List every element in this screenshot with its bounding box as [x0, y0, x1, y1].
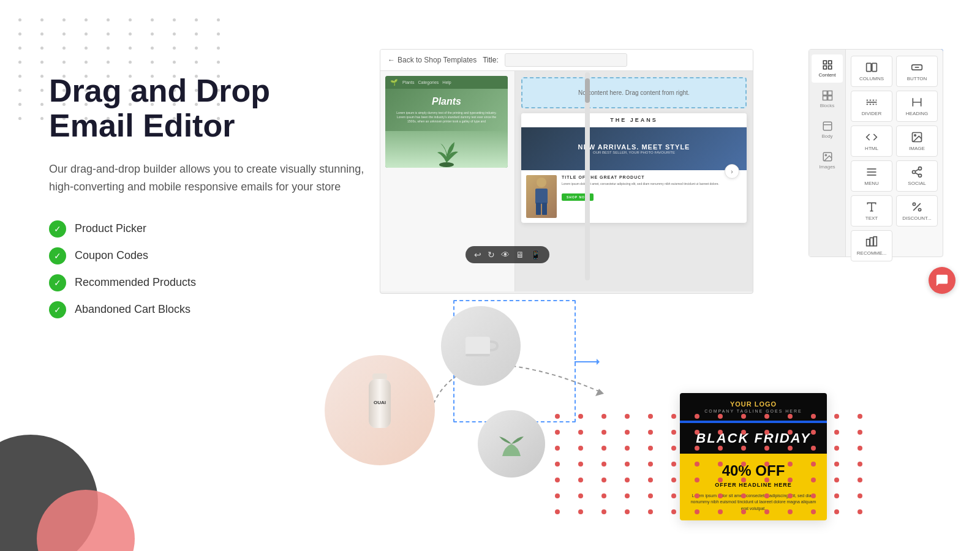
- svg-line-33: [915, 169, 919, 171]
- bf-logo-highlight: LOGO: [755, 400, 777, 408]
- title-input[interactable]: [505, 53, 627, 67]
- toolbar-mobile[interactable]: 📱: [530, 250, 541, 260]
- plants-nav: 🌱 Plants Categories Help: [385, 76, 508, 89]
- sidebar-block-social[interactable]: SOCIAL: [896, 160, 938, 192]
- sidebar-block-text[interactable]: TEXT: [851, 195, 892, 227]
- sidebar-block-divider[interactable]: DIVIDER: [851, 91, 892, 122]
- sidebar-block-menu[interactable]: MENU: [851, 160, 892, 192]
- toolbar-redo[interactable]: ↻: [488, 250, 495, 260]
- check-icon-4: ✓: [49, 301, 66, 318]
- scroll-thumb: [585, 78, 590, 103]
- plants-image-area: [385, 131, 508, 168]
- svg-rect-4: [542, 203, 547, 215]
- sidebar-block-image[interactable]: IMAGE: [896, 126, 938, 157]
- html-label: HTML: [865, 146, 878, 151]
- recommend-label: RECOMME...: [857, 250, 886, 256]
- feature-label-4: Abandoned Cart Blocks: [75, 303, 190, 316]
- image-label: IMAGE: [909, 146, 925, 151]
- editor-body: 🌱 Plants Categories Help Plants Lorem ip…: [380, 71, 753, 291]
- drop-zone-text: No content here. Drag content from right…: [578, 89, 690, 96]
- sidebar-block-discount[interactable]: DISCOUNT...: [896, 195, 938, 227]
- right-sidebar: Content Blocks Body Images: [809, 49, 943, 257]
- divider-label: DIVIDER: [862, 111, 881, 116]
- jeans-hero-img: NEW ARRIVALS. MEET STYLE OUR BEST SELLER…: [521, 127, 747, 170]
- toolbar-desktop[interactable]: 🖥: [516, 250, 524, 260]
- plants-nav-item-2: Categories: [418, 80, 439, 84]
- expand-arrow[interactable]: ›: [725, 164, 739, 179]
- svg-rect-8: [828, 66, 831, 69]
- chat-button[interactable]: [929, 267, 956, 294]
- svg-point-1: [537, 178, 546, 187]
- sidebar-block-columns[interactable]: COLUMNS: [851, 56, 892, 87]
- plants-nav-item-1: Plants: [402, 80, 414, 84]
- scroll-indicator[interactable]: [585, 72, 590, 280]
- bf-logo-text: YOUR: [730, 400, 755, 408]
- description: Our drag-and-drop builder allows you to …: [49, 160, 380, 196]
- svg-point-16: [825, 154, 826, 156]
- svg-rect-48: [466, 354, 490, 356]
- plants-template[interactable]: 🌱 Plants Categories Help Plants Lorem ip…: [385, 76, 508, 168]
- text-label: TEXT: [865, 216, 878, 221]
- svg-line-32: [915, 173, 919, 174]
- svg-point-38: [919, 209, 921, 211]
- columns-icon: [865, 61, 878, 73]
- content-icon: [822, 59, 833, 70]
- jeans-template[interactable]: THE JEANS NEW ARRIVALS. MEET STYLE OUR B…: [521, 113, 747, 223]
- sidebar-tab-content[interactable]: Content: [812, 54, 843, 83]
- bf-tagline: COMPANY TAGLINE GOES HERE: [687, 409, 820, 413]
- back-to-shop-link[interactable]: ← Back to Shop Templates: [388, 56, 477, 64]
- jeans-header: THE JEANS: [521, 113, 747, 127]
- check-icon-1: ✓: [49, 220, 66, 238]
- sidebar-tab-blocks[interactable]: Blocks: [812, 85, 843, 113]
- plants-hero: Plants Lorem ipsum is simply dummy text …: [385, 89, 508, 131]
- heading-line2: Email Editor: [49, 108, 235, 143]
- svg-line-36: [913, 203, 921, 211]
- button-label: BUTTON: [907, 76, 927, 81]
- svg-rect-7: [823, 66, 826, 69]
- columns-label: COLUMNS: [859, 76, 884, 81]
- svg-rect-43: [372, 373, 387, 380]
- chat-icon: [935, 274, 949, 287]
- sidebar-block-button[interactable]: BUTTON: [896, 56, 938, 87]
- feature-label-1: Product Picker: [75, 222, 146, 235]
- menu-label: MENU: [864, 181, 879, 186]
- check-icon-3: ✓: [49, 274, 66, 291]
- image-icon: [911, 131, 923, 143]
- svg-rect-18: [872, 63, 877, 71]
- feature-item-1: ✓ Product Picker: [49, 220, 380, 238]
- bottle-svg: OUAI: [355, 370, 404, 450]
- left-panel: Drag and Drop Email Editor Our drag-and-…: [49, 73, 380, 318]
- back-label: Back to Shop Templates: [398, 56, 477, 64]
- toolbar-preview[interactable]: 👁: [501, 250, 510, 260]
- svg-point-30: [913, 171, 916, 174]
- feature-list: ✓ Product Picker ✓ Coupon Codes ✓ Recomm…: [49, 220, 380, 318]
- svg-rect-13: [823, 122, 832, 130]
- sidebar-block-recommend[interactable]: RECOMME...: [851, 230, 892, 261]
- social-icon: [911, 166, 923, 178]
- mug-svg: [459, 324, 502, 367]
- heading-line1: Drag and Drop: [49, 73, 270, 108]
- editor-area: ← Back to Shop Templates Title: 🌱 Plants…: [380, 49, 753, 294]
- plants-hero-title: Plants: [393, 96, 500, 107]
- sidebar-blocks-grid: COLUMNS BUTTON DIVIDER: [851, 56, 938, 261]
- editor-topbar: ← Back to Shop Templates Title:: [380, 50, 753, 71]
- sidebar-block-heading[interactable]: HEADING: [896, 91, 938, 122]
- toolbar-undo[interactable]: ↩: [474, 250, 481, 260]
- svg-rect-3: [536, 203, 541, 215]
- plants-nav-links: Plants Categories Help: [402, 80, 451, 84]
- blocks-tab-label: Blocks: [820, 103, 835, 108]
- jeans-person-svg: [526, 175, 557, 218]
- canvas-area: No content here. Drag content from right…: [515, 71, 753, 291]
- sidebar-tab-images[interactable]: Images: [812, 146, 843, 174]
- sidebar-tab-body[interactable]: Body: [812, 116, 843, 144]
- button-icon: [911, 61, 923, 73]
- jeans-hero-text: NEW ARRIVALS. MEET STYLE OUR BEST SELLER…: [578, 143, 690, 154]
- jeans-brand: THE JEANS: [527, 117, 741, 123]
- svg-text:OUAI: OUAI: [374, 400, 386, 405]
- dot-grid-bottomright: (function(){ const g = document.querySel…: [555, 414, 870, 514]
- plants-logo: 🌱: [390, 79, 398, 86]
- sidebar-block-html[interactable]: HTML: [851, 126, 892, 157]
- heading-label: HEADING: [906, 111, 928, 116]
- svg-point-37: [913, 203, 915, 205]
- feature-item-3: ✓ Recommended Products: [49, 274, 380, 291]
